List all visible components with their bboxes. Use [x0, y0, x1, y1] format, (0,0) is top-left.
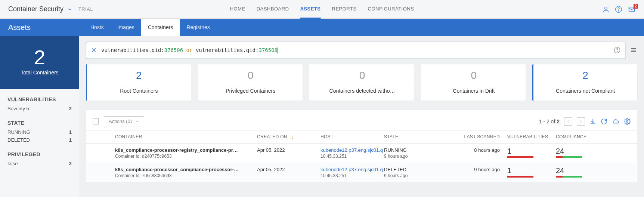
- nav-assets[interactable]: ASSETS: [300, 0, 321, 19]
- total-count: 2: [0, 47, 79, 67]
- nav-home[interactable]: HOME: [230, 0, 245, 19]
- th-host[interactable]: HOST: [321, 134, 384, 139]
- trial-badge: TRIAL: [78, 7, 93, 12]
- row-comp-count: 24: [556, 147, 593, 155]
- card-not-compliant[interactable]: 2 Containers not Compliant: [532, 64, 637, 101]
- th-scanned[interactable]: LAST SCANNED: [462, 134, 507, 139]
- th-created[interactable]: CREATED ON: [257, 134, 321, 139]
- row-sub: Container Id: d240775c9653: [115, 154, 257, 159]
- mail-badge-count: 2: [634, 4, 638, 9]
- table-wrap: Actions (0) 1 - 2 of 2: [86, 110, 637, 182]
- pager-prev[interactable]: [564, 117, 572, 126]
- vuln-bar: [507, 176, 533, 178]
- facet-title-state: STATE: [7, 120, 72, 126]
- mail-icon[interactable]: 2: [628, 6, 636, 13]
- sidebar: 2 Total Containers VULNERABILITIES Sever…: [0, 36, 79, 197]
- facet-value: 2: [69, 161, 72, 166]
- row-scanned: 8 hours ago: [462, 147, 507, 153]
- sort-desc-icon: [290, 135, 294, 139]
- content: vulnerabilities.qid:376506 or vulnerabil…: [79, 36, 644, 197]
- table-header: CONTAINER CREATED ON HOST STATE LAST SCA…: [86, 130, 637, 144]
- nav-configurations[interactable]: CONFIGURATIONS: [368, 0, 414, 19]
- facet-value: 1: [69, 137, 72, 143]
- actions-button[interactable]: Actions (0): [104, 116, 144, 126]
- facet-title-vuln: VULNERABILITIES: [7, 96, 72, 102]
- table-row[interactable]: k8s_compliance-processor_compliance-proc…: [86, 163, 637, 182]
- row-sub: Container Id: 705c8805d693: [115, 173, 257, 178]
- topbar-right: 2: [602, 6, 636, 13]
- th-state[interactable]: STATE: [384, 134, 462, 139]
- assets-subtabs: Hosts Images Containers Registries: [84, 19, 217, 36]
- row-state-sub: 9 hours ago: [384, 173, 462, 178]
- facet-vulnerabilities: VULNERABILITIES Severity 5 2: [0, 89, 79, 113]
- facet-value: 1: [69, 129, 72, 135]
- row-state: DELETED: [384, 167, 462, 172]
- svg-point-7: [617, 51, 617, 52]
- nav-dashboard[interactable]: DASHBOARD: [257, 0, 289, 19]
- cloud-icon[interactable]: [612, 118, 619, 125]
- row-created: Apr 05, 2022: [257, 167, 321, 172]
- card-root-containers[interactable]: 2 Root Containers: [86, 64, 191, 101]
- user-icon[interactable]: [602, 6, 610, 13]
- app-title: Container Security: [8, 5, 64, 13]
- top-nav: HOME DASHBOARD ASSETS REPORTS CONFIGURAT…: [230, 0, 414, 19]
- row-host-link[interactable]: kubenode12.p37.eng.sjc01.q: [321, 167, 383, 172]
- search-input[interactable]: vulnerabilities.qid:376506 or vulnerabil…: [86, 42, 625, 58]
- top-bar: Container Security TRIAL HOME DASHBOARD …: [0, 0, 644, 19]
- table-row[interactable]: k8s_compliance-processor-registry_compli…: [86, 144, 637, 163]
- row-state: RUNNING: [384, 147, 462, 153]
- facet-row-false[interactable]: false 2: [7, 160, 72, 167]
- tab-hosts[interactable]: Hosts: [84, 19, 111, 36]
- card-in-drift[interactable]: 0 Containers in Drift: [421, 64, 526, 101]
- tab-containers[interactable]: Containers: [141, 19, 180, 36]
- settings-icon[interactable]: [624, 118, 631, 125]
- refresh-icon[interactable]: [601, 118, 607, 125]
- facet-label: false: [7, 161, 18, 166]
- facet-label: DELETED: [7, 137, 30, 143]
- help-icon[interactable]: [615, 6, 622, 13]
- facet-row-deleted[interactable]: DELETED 1: [7, 136, 72, 144]
- page-range: 1 - 2 of 2: [539, 118, 560, 124]
- facet-value: 2: [69, 106, 72, 111]
- nav-reports[interactable]: REPORTS: [332, 0, 357, 19]
- topbar-left: Container Security TRIAL: [8, 5, 93, 13]
- pager-next[interactable]: [577, 117, 585, 126]
- download-icon[interactable]: [589, 118, 596, 125]
- th-container[interactable]: CONTAINER: [115, 134, 257, 139]
- stat-cards: 2 Root Containers 0 Privileged Container…: [86, 64, 637, 101]
- row-comp-count: 24: [556, 167, 593, 174]
- th-compliance[interactable]: COMPLIANCE: [556, 134, 593, 139]
- row-name: k8s_compliance-processor_compliance-proc…: [115, 167, 257, 172]
- select-all-checkbox[interactable]: [93, 118, 99, 124]
- search-help-icon[interactable]: [614, 47, 620, 53]
- table-toolbar: Actions (0) 1 - 2 of 2: [86, 114, 637, 130]
- row-host-link[interactable]: kubenode12.p37.eng.sjc01.q: [321, 147, 383, 153]
- clear-search-icon[interactable]: [91, 47, 97, 53]
- row-host-ip: 10.45.33.251: [321, 173, 384, 178]
- total-count-label: Total Containers: [0, 70, 79, 76]
- facet-label: Severity 5: [7, 106, 29, 111]
- page-title: Assets: [8, 23, 79, 32]
- tab-images[interactable]: Images: [111, 19, 141, 36]
- row-created: Apr 05, 2022: [257, 147, 321, 153]
- card-detected-without[interactable]: 0 Containers detected witho…: [309, 64, 414, 101]
- app-switcher-chevron-icon[interactable]: [67, 7, 72, 12]
- svg-point-0: [605, 7, 607, 9]
- facet-label: RUNNING: [7, 129, 30, 135]
- hamburger-icon[interactable]: [630, 46, 637, 54]
- facet-privileged: PRIVILEGED false 2: [0, 144, 79, 167]
- vuln-bar: [507, 156, 533, 158]
- search-row: vulnerabilities.qid:376506 or vulnerabil…: [86, 42, 637, 58]
- tab-registries[interactable]: Registries: [180, 19, 216, 36]
- th-vuln[interactable]: VULNERABILITIES: [507, 134, 556, 139]
- table-toolbar-right: 1 - 2 of 2: [539, 117, 631, 126]
- card-privileged-containers[interactable]: 0 Privileged Containers: [198, 64, 303, 101]
- svg-point-2: [618, 10, 619, 11]
- main: 2 Total Containers VULNERABILITIES Sever…: [0, 36, 644, 197]
- facet-row-severity5[interactable]: Severity 5 2: [7, 105, 72, 113]
- total-count-box: 2 Total Containers: [0, 36, 79, 89]
- facet-title-priv: PRIVILEGED: [7, 151, 72, 157]
- assets-bar: Assets Hosts Images Containers Registrie…: [0, 19, 644, 36]
- facet-row-running[interactable]: RUNNING 1: [7, 128, 72, 136]
- chevron-down-icon: [135, 119, 139, 124]
